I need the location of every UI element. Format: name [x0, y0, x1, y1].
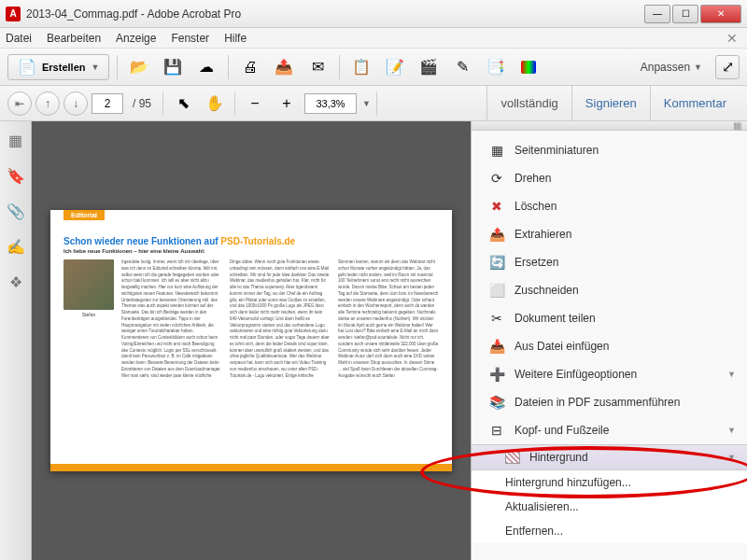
extract-icon: 📤 — [488, 226, 505, 243]
zoom-in-button[interactable]: + — [273, 91, 301, 117]
multimedia-button[interactable]: 🎬 — [415, 54, 443, 80]
tab-vollstaendig[interactable]: vollständig — [486, 86, 571, 120]
panel-item-label: Drehen — [514, 172, 551, 185]
edit-button[interactable]: ✎ — [448, 54, 476, 80]
create-button[interactable]: 📄 Erstellen ▼ — [7, 54, 109, 80]
close-button[interactable]: ✕ — [700, 5, 741, 23]
tab-signieren[interactable]: Signieren — [571, 86, 650, 120]
color-button[interactable] — [515, 54, 542, 80]
panel-item-hintergrund[interactable]: Hintergrund▼ — [472, 444, 747, 470]
copy-button[interactable]: 📑 — [482, 54, 510, 80]
expand-icon: ⤢ — [722, 58, 734, 76]
zoom-input[interactable] — [304, 93, 357, 114]
multimedia-icon: 🎬 — [419, 58, 438, 77]
window-titlebar: A 2013-04_Commag.pdf - Adobe Acrobat Pro… — [0, 0, 747, 28]
panel-item-label: Entfernen... — [505, 525, 563, 538]
chevron-down-icon[interactable]: ▼ — [362, 99, 371, 108]
rotate-icon: ⟳ — [488, 170, 505, 187]
app-icon: A — [6, 7, 21, 21]
replace-icon: 🔄 — [488, 254, 505, 271]
menu-bearbeiten[interactable]: Bearbeiten — [47, 32, 101, 45]
bookmarks-rail-icon[interactable]: 🔖 — [7, 166, 25, 185]
menu-fenster[interactable]: Fenster — [171, 32, 209, 45]
prev-page-button[interactable]: ↑ — [35, 91, 60, 116]
select-tool-button[interactable]: ⬉ — [169, 91, 197, 117]
panel-item-loeschen[interactable]: ✖Löschen — [472, 192, 747, 220]
maximize-button[interactable]: ☐ — [672, 5, 698, 23]
panel-item-label: Hintergrund hinzufügen... — [505, 476, 631, 489]
scan-icon: 📋 — [352, 58, 371, 77]
share-button[interactable]: 📤 — [270, 54, 298, 80]
more-insert-icon: ➕ — [488, 366, 505, 383]
separator — [339, 55, 340, 79]
document-viewport[interactable]: Editorial Schon wieder neue Funktionen a… — [32, 121, 471, 560]
first-page-button[interactable]: ⇤ — [7, 91, 32, 116]
panel-item-kopf-fusszeile[interactable]: ⊟Kopf- und Fußzeile▼ — [472, 416, 747, 444]
split-icon: ✂ — [488, 310, 505, 327]
window-title: 2013-04_Commag.pdf - Adobe Acrobat Pro — [26, 7, 642, 21]
body-text: Irgendwie lustig. Immer, wenn ich mir üb… — [121, 259, 439, 379]
panel-item-weitere-einfuegeoptionen[interactable]: ➕Weitere Einfügeoptionen▼ — [472, 360, 747, 388]
author-name: Stefan — [63, 312, 114, 317]
zoom-out-icon: − — [246, 94, 264, 113]
panel-item-label: Weitere Einfügeoptionen — [514, 368, 637, 381]
cloud-button[interactable]: ☁ — [192, 54, 220, 80]
panel-item-drehen[interactable]: ⟳Drehen — [472, 164, 747, 192]
scan-button[interactable]: 📋 — [347, 54, 375, 80]
panel-grip[interactable]: ▦ — [472, 121, 747, 131]
thumbnails-rail-icon[interactable]: ▦ — [7, 131, 25, 149]
folder-open-icon: 📂 — [130, 58, 148, 77]
create-label: Erstellen — [42, 62, 85, 73]
tab-kommentar[interactable]: Kommentar — [650, 86, 740, 120]
thumbnails-icon: ▦ — [488, 142, 505, 159]
hand-tool-button[interactable]: ✋ — [201, 91, 229, 117]
panel-item-zusammenfuehren[interactable]: 📚Dateien in PDF zusammenführen — [472, 388, 747, 416]
panel-subitem-aktualisieren[interactable]: Aktualisieren... — [472, 495, 747, 519]
panel-item-ersetzen[interactable]: 🔄Ersetzen — [472, 248, 747, 276]
menu-hilfe[interactable]: Hilfe — [224, 32, 247, 45]
print-button[interactable]: 🖨 — [236, 54, 264, 80]
author-photo — [63, 259, 114, 310]
navigation-toolbar: ⇤ ↑ ↓ / 95 ⬉ ✋ − + ▼ vollständig Signier… — [0, 86, 747, 121]
next-page-button[interactable]: ↓ — [63, 91, 88, 116]
panel-item-label: Seitenminiaturen — [514, 144, 599, 157]
panel-item-seitenminiaturen[interactable]: ▦Seitenminiaturen — [472, 136, 747, 164]
save-button[interactable]: 💾 — [159, 54, 187, 80]
panel-item-label: Hintergrund — [529, 451, 588, 464]
fullscreen-button[interactable]: ⤢ — [715, 55, 740, 79]
panel-item-label: Aus Datei einfügen — [514, 340, 609, 353]
menu-datei[interactable]: Datei — [6, 32, 32, 45]
insert-file-icon: 📥 — [488, 338, 505, 355]
headline-text: Schon wieder neue Funktionen auf — [63, 236, 220, 246]
zoom-out-button[interactable]: − — [241, 91, 269, 117]
panel-item-aus-datei-einfuegen[interactable]: 📥Aus Datei einfügen — [472, 332, 747, 360]
print-icon: 🖨 — [241, 58, 260, 77]
customize-button[interactable]: Anpassen ▼ — [641, 61, 702, 74]
hand-icon: ✋ — [205, 94, 224, 113]
cloud-icon: ☁ — [197, 58, 216, 77]
chevron-down-icon: ▼ — [91, 63, 99, 72]
zoom-in-icon: + — [277, 94, 296, 113]
panel-item-zuschneiden[interactable]: ⬜Zuschneiden — [472, 276, 747, 304]
signatures-rail-icon[interactable]: ✍ — [7, 237, 25, 256]
open-button[interactable]: 📂 — [125, 54, 153, 80]
panel-item-label: Ersetzen — [514, 256, 558, 269]
crop-icon: ⬜ — [488, 282, 505, 299]
separator — [376, 91, 377, 116]
form-icon: 📝 — [386, 58, 404, 77]
form-button[interactable]: 📝 — [381, 54, 409, 80]
layers-rail-icon[interactable]: ❖ — [7, 273, 25, 291]
minimize-button[interactable]: — — [644, 5, 670, 23]
panel-subitem-entfernen[interactable]: Entfernen... — [472, 519, 747, 543]
page-footer-bar — [50, 464, 452, 471]
menu-anzeige[interactable]: Anzeige — [116, 32, 156, 45]
page-number-input[interactable] — [92, 93, 123, 114]
menubar: Datei Bearbeiten Anzeige Fenster Hilfe ✕ — [0, 28, 747, 49]
copy-icon: 📑 — [486, 58, 505, 77]
panel-item-dokument-teilen[interactable]: ✂Dokument teilen — [472, 304, 747, 332]
panel-item-extrahieren[interactable]: 📤Extrahieren — [472, 220, 747, 248]
panel-subitem-hintergrund-hinzufuegen[interactable]: Hintergrund hinzufügen... — [472, 470, 747, 495]
email-button[interactable]: ✉ — [303, 54, 331, 80]
attachments-rail-icon[interactable]: 📎 — [7, 202, 25, 220]
document-close-icon[interactable]: ✕ — [726, 31, 738, 46]
